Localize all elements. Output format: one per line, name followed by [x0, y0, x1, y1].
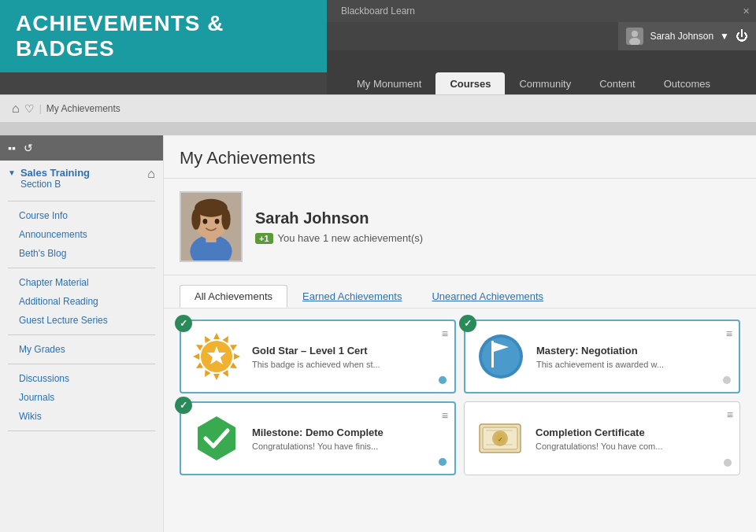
course-name[interactable]: Sales Training — [20, 167, 143, 179]
profile-name: Sarah Johnson — [255, 209, 423, 227]
svg-marker-12 — [223, 334, 232, 343]
sidebar-item-beths-blog[interactable]: Beth's Blog — [0, 244, 163, 263]
breadcrumb-label: My Achievements — [46, 103, 120, 114]
mastery-title: Mastery: Negotiation — [536, 345, 731, 357]
sidebar: ▪▪ ↺ ▼ Sales Training Section B ⌂ Course… — [0, 135, 164, 532]
certificate-menu[interactable]: ≡ — [727, 408, 733, 421]
certificate-title: Completion Certificate — [536, 427, 732, 438]
gold-star-title: Gold Star – Level 1 Cert — [252, 345, 447, 357]
gold-star-details: Gold Star – Level 1 Cert This badge is a… — [252, 345, 447, 369]
sidebar-item-journals[interactable]: Journals — [0, 388, 163, 407]
svg-point-8 — [221, 209, 230, 230]
svg-marker-19 — [195, 363, 203, 371]
svg-marker-14 — [234, 353, 240, 360]
home-icon[interactable]: ⌂ — [12, 102, 20, 116]
achievement-card-gold-star: ✓ — [180, 320, 456, 393]
certificate-details: Completion Certificate Congratulations! … — [536, 427, 732, 451]
milestone-desc: Congratulations! You have finis... — [252, 441, 447, 451]
nav-tab-courses[interactable]: Courses — [435, 72, 505, 94]
earned-checkmark-3: ✓ — [175, 397, 192, 414]
svg-marker-29 — [198, 416, 235, 460]
profile-avatar — [180, 191, 243, 262]
nav-tab-my-monument[interactable]: My Monument — [343, 72, 435, 94]
nav-tabs-bar: My Monument Courses Community Content Ou… — [327, 50, 756, 94]
page-header: My Achievements — [164, 135, 756, 179]
sidebar-icon-refresh[interactable]: ↺ — [24, 142, 33, 154]
certificate-icon: ✓ — [472, 411, 528, 466]
course-expand-arrow[interactable]: ▼ — [8, 168, 16, 177]
sidebar-item-my-grades[interactable]: My Grades — [0, 340, 163, 359]
sidebar-icon-list[interactable]: ▪▪ — [8, 142, 16, 154]
svg-point-7 — [191, 209, 200, 230]
certificate-status-dot — [724, 459, 732, 467]
mastery-status-dot — [723, 376, 731, 384]
svg-point-26 — [482, 338, 520, 375]
user-name-nav: Sarah Johnson — [650, 31, 713, 42]
svg-marker-22 — [202, 334, 211, 343]
profile-section: Sarah Johnson +1 You have 1 new achievem… — [164, 179, 756, 275]
profile-info: Sarah Johnson +1 You have 1 new achievem… — [255, 209, 423, 245]
sidebar-toolbar: ▪▪ ↺ — [0, 135, 163, 161]
gold-star-desc: This badge is achieved when st... — [252, 360, 447, 369]
certificate-desc: Congratulations! You have com... — [536, 441, 732, 451]
milestone-icon — [189, 411, 244, 466]
sidebar-item-additional-reading[interactable]: Additional Reading — [0, 292, 163, 311]
milestone-status-dot — [439, 458, 447, 466]
tab-earned-achievements[interactable]: Earned Achievements — [287, 285, 417, 308]
achievements-grid: ✓ — [164, 308, 756, 486]
achievement-card-milestone: ✓ Milestone: Demo Complete Congratulatio… — [180, 401, 456, 475]
svg-marker-18 — [202, 370, 211, 379]
svg-rect-27 — [491, 341, 494, 368]
sidebar-home-icon[interactable]: ⌂ — [147, 167, 155, 181]
breadcrumb: ⌂ ♡ | My Achievements — [0, 94, 756, 123]
nav-tab-community[interactable]: Community — [505, 72, 585, 94]
svg-marker-15 — [230, 363, 239, 371]
sidebar-item-wikis[interactable]: Wikis — [0, 407, 163, 426]
svg-text:✓: ✓ — [498, 436, 503, 443]
divider-4 — [8, 364, 155, 364]
gold-star-icon — [189, 329, 244, 384]
sidebar-section-1: Course Info Announcements Beth's Blog — [0, 206, 163, 263]
gold-star-status-dot — [439, 376, 447, 384]
app-title: Blackboard Learn — [341, 6, 415, 17]
badge-plus1: +1 — [255, 233, 273, 244]
mastery-details: Mastery: Negotiation This achievement is… — [536, 345, 731, 369]
svg-point-10 — [215, 219, 220, 224]
tab-unearned-achievements[interactable]: Unearned Achievements — [417, 285, 558, 308]
sidebar-item-discussions[interactable]: Discussions — [0, 369, 163, 388]
earned-checkmark-1: ✓ — [175, 315, 192, 332]
nav-tab-outcomes[interactable]: Outcomes — [650, 72, 724, 94]
milestone-title: Milestone: Demo Complete — [252, 427, 447, 438]
mastery-menu[interactable]: ≡ — [726, 327, 732, 340]
user-avatar-small — [626, 28, 643, 45]
mastery-desc: This achievement is awarded w... — [536, 360, 731, 369]
gold-star-menu[interactable]: ≡ — [442, 327, 448, 340]
user-dropdown-icon[interactable]: ▼ — [720, 31, 729, 42]
divider-2 — [8, 268, 155, 268]
course-subtitle: Section B — [20, 179, 143, 190]
svg-marker-21 — [195, 342, 203, 351]
power-icon[interactable]: ⏻ — [736, 29, 748, 43]
banner-title: ACHIEVEMENTS & BADGES — [16, 11, 311, 61]
divider-1 — [8, 201, 155, 201]
divider-5 — [8, 430, 155, 431]
svg-marker-17 — [213, 374, 220, 380]
sidebar-section-2: Chapter Material Additional Reading Gues… — [0, 273, 163, 330]
nav-tab-content[interactable]: Content — [585, 72, 650, 94]
main-content: My Achievements — [164, 135, 756, 532]
milestone-menu[interactable]: ≡ — [442, 409, 448, 422]
sidebar-item-course-info[interactable]: Course Info — [0, 206, 163, 225]
sidebar-section-3: My Grades — [0, 340, 163, 359]
tab-all-achievements[interactable]: All Achievements — [180, 285, 287, 308]
sidebar-item-guest-lecture[interactable]: Guest Lecture Series — [0, 311, 163, 330]
favorite-icon[interactable]: ♡ — [24, 102, 35, 115]
window-close-btn[interactable]: ✕ — [743, 6, 750, 17]
sidebar-course-title: ▼ Sales Training Section B ⌂ — [0, 161, 163, 196]
user-info-bar: Sarah Johnson ▼ ⏻ — [618, 22, 756, 50]
page-title: My Achievements — [180, 148, 740, 168]
sidebar-item-announcements[interactable]: Announcements — [0, 225, 163, 244]
svg-point-9 — [203, 219, 208, 224]
svg-marker-13 — [230, 342, 239, 351]
badge-text: You have 1 new achievement(s) — [278, 232, 424, 244]
sidebar-item-chapter-material[interactable]: Chapter Material — [0, 273, 163, 292]
